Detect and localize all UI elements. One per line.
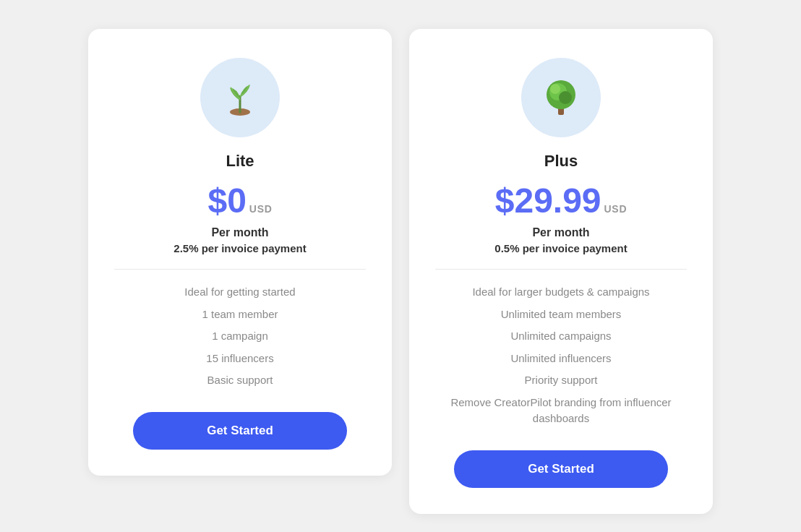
lite-price-currency: USD [249,203,273,215]
svg-point-4 [550,84,560,94]
list-item: Priority support [525,372,598,389]
svg-point-5 [559,91,572,104]
lite-invoice-rate: 2.5% per invoice payment [174,242,306,254]
plus-invoice-rate: 0.5% per invoice payment [494,242,627,254]
plus-price-row: $29.99 USD [495,181,627,220]
tree-icon [538,74,584,121]
lite-price: $0 [207,181,246,220]
plus-plan-name: Plus [544,152,578,171]
pricing-container: Lite $0 USD Per month 2.5% per invoice p… [59,0,742,532]
lite-price-row: $0 USD [207,181,272,220]
list-item: Remove CreatorPilot branding from influe… [435,395,687,427]
list-item: Basic support [207,372,273,389]
plus-plan-card: Plus $29.99 USD Per month 0.5% per invoi… [409,29,713,514]
lite-plan-icon-circle [200,58,280,137]
lite-features-list: Ideal for getting started1 team member1 … [114,284,366,389]
lite-plan-card: Lite $0 USD Per month 2.5% per invoice p… [88,29,392,476]
list-item: Unlimited influencers [510,351,611,367]
plus-get-started-button[interactable]: Get Started [454,450,668,488]
list-item: 1 team member [202,306,278,323]
list-item: 1 campaign [212,328,268,345]
list-item: Ideal for getting started [184,284,295,301]
list-item: 15 influencers [206,351,273,367]
list-item: Unlimited campaigns [510,328,611,345]
plus-period: Per month [532,226,589,239]
lite-get-started-button[interactable]: Get Started [133,412,347,450]
plus-price-currency: USD [604,203,627,215]
list-item: Unlimited team members [501,306,622,323]
lite-plan-name: Lite [226,152,254,171]
plus-divider [435,269,687,270]
plus-features-list: Ideal for larger budgets & campaignsUnli… [435,284,687,427]
seedling-icon [217,74,263,121]
plus-price: $29.99 [495,181,601,220]
list-item: Ideal for larger budgets & campaigns [472,284,649,301]
plus-plan-icon-circle [521,58,601,137]
lite-period: Per month [211,226,268,239]
lite-divider [114,269,366,270]
